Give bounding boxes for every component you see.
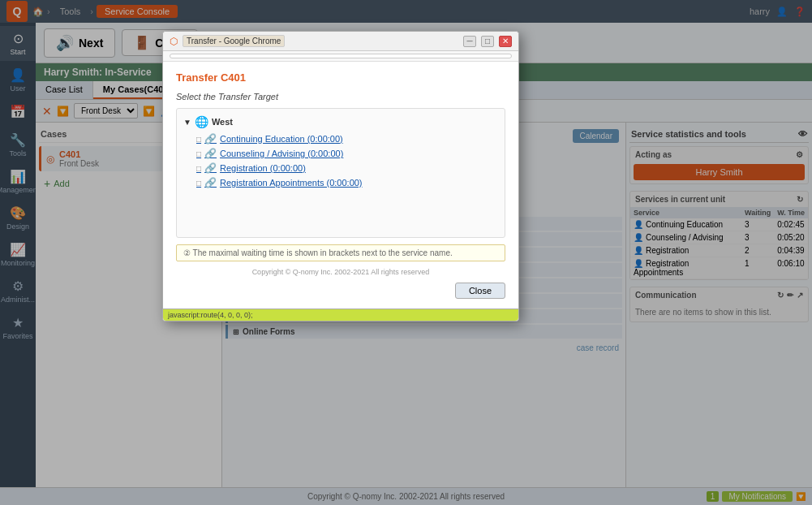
modal-title-left: ⬡ Transfer - Google Chrome [170,35,285,47]
tree-item[interactable]: □🔗Registration Appointments (0:00:00) [196,175,498,190]
url-input[interactable] [170,54,512,58]
modal-notice: ② The maximal waiting time is shown in b… [176,244,505,261]
tree-item[interactable]: □🔗Counseling / Advising (0:00:00) [196,146,498,161]
tree-item-label: Registration Appointments (0:00:00) [220,178,363,188]
modal-close-titlebar-button[interactable]: ✕ [499,36,512,47]
modal-select-target: Select the Transfer Target [176,92,505,101]
url-bar [163,51,518,62]
modal-title-text: Transfer - Google Chrome [183,35,285,47]
modal-close-button[interactable]: Close [455,283,505,299]
modal-notice-text: ② The maximal waiting time is shown in b… [183,248,453,257]
modal-body: Transfer C401 Select the Transfer Target… [163,62,518,309]
modal-titlebar: ⬡ Transfer - Google Chrome ─ □ ✕ [163,32,518,51]
tree-item-icon: 🔗 [204,162,217,174]
modal-controls: ─ □ ✕ [463,36,512,47]
modal-dialog-title: Transfer C401 [176,71,505,84]
tree-item-icon: 🔗 [204,148,217,159]
tree-item-expand: □ [196,149,201,158]
maximize-button[interactable]: □ [481,36,494,47]
tree-items-container: □🔗Continuing Education (0:00:00)□🔗Counse… [183,132,498,190]
tree-item-expand: □ [196,179,201,188]
transfer-modal: ⬡ Transfer - Google Chrome ─ □ ✕ Transfe… [162,31,519,322]
modal-footer-copyright: Copyright © Q-nomy Inc. 2002-2021 All ri… [176,268,505,276]
tree-root-icon: 🌐 [195,115,208,128]
modal-footer-btn-area: Close [176,283,505,299]
tree-root-label: West [212,117,233,127]
tree-root: ▼ 🌐 West [183,115,498,128]
modal-statusbar: javascript:route(4, 0, 0, 0); [163,309,518,321]
chrome-favicon: ⬡ [170,36,178,47]
tree-item-label: Registration (0:00:00) [220,163,306,173]
tree-item-icon: 🔗 [204,133,217,145]
tree-expand-icon[interactable]: ▼ [183,118,191,127]
tree-item-label: Counseling / Advising (0:00:00) [220,149,343,158]
tree-item-expand: □ [196,164,201,173]
transfer-tree: ▼ 🌐 West □🔗Continuing Education (0:00:00… [176,108,505,238]
tree-item-icon: 🔗 [204,177,217,188]
tree-item-expand: □ [196,135,201,144]
tree-item[interactable]: □🔗Registration (0:00:00) [196,161,498,175]
tree-item-label: Continuing Education (0:00:00) [220,134,343,144]
tree-item[interactable]: □🔗Continuing Education (0:00:00) [196,132,498,146]
minimize-button[interactable]: ─ [463,36,476,47]
